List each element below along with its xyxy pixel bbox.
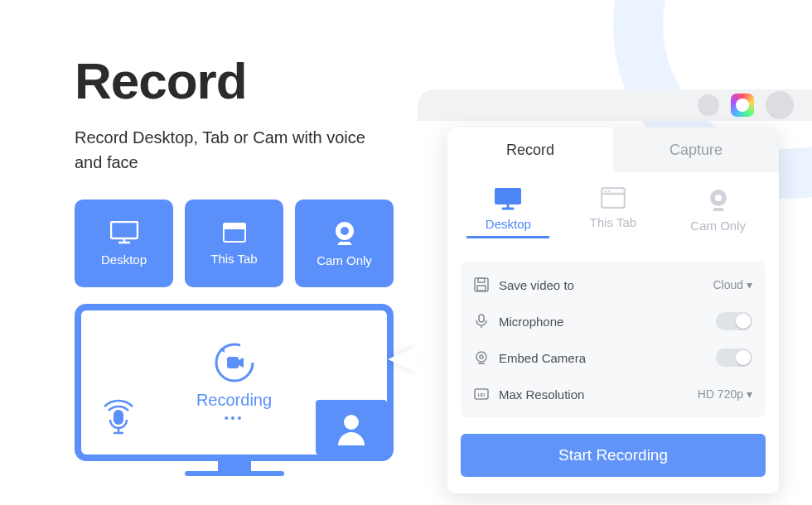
camera-icon	[474, 350, 489, 365]
svg-rect-15	[495, 188, 521, 204]
svg-point-21	[608, 190, 610, 192]
setting-label: Embed Camera	[499, 351, 716, 365]
mode-card-label: This Tab	[210, 252, 257, 266]
hd-icon: HD	[474, 387, 489, 402]
svg-rect-4	[223, 223, 246, 228]
tab-capture[interactable]: Capture	[613, 127, 779, 172]
svg-rect-25	[478, 278, 485, 282]
microphone-icon	[474, 314, 489, 329]
svg-text:HD: HD	[478, 392, 486, 397]
svg-point-7	[341, 227, 349, 235]
page-title: Record	[75, 51, 394, 110]
source-label: Cam Only	[690, 219, 746, 233]
chevron-down-icon: ▾	[747, 387, 752, 401]
setting-label: Microphone	[499, 315, 716, 329]
svg-point-20	[605, 190, 607, 192]
browser-toolbar	[418, 89, 812, 121]
resolution-select[interactable]: HD 720p▾	[698, 387, 752, 401]
svg-point-23	[715, 195, 722, 201]
mode-card-label: Desktop	[101, 252, 147, 267]
tab-record[interactable]: Record	[447, 127, 613, 172]
svg-rect-27	[479, 315, 484, 322]
camera-toggle[interactable]	[716, 349, 752, 367]
source-cam[interactable]: Cam Only	[677, 187, 760, 238]
source-tab[interactable]: This Tab	[572, 187, 655, 238]
setting-label: Save video to	[499, 278, 713, 292]
svg-rect-10	[227, 357, 239, 368]
pip-thumbnail	[316, 400, 387, 454]
save-icon	[474, 277, 489, 292]
svg-point-30	[480, 355, 483, 358]
mode-card-desktop[interactable]: Desktop	[75, 200, 173, 287]
recording-dots: •••	[225, 411, 244, 425]
setting-resolution: HD Max Resolution HD 720p▾	[474, 376, 752, 412]
svg-rect-5	[225, 229, 244, 241]
page-subtitle: Record Desktop, Tab or Cam with voice an…	[75, 125, 394, 175]
recording-status: Recording	[196, 391, 272, 410]
record-panel: Record Capture Desktop This Tab Cam Only…	[447, 127, 779, 493]
tab-icon	[222, 222, 247, 243]
setting-camera: Embed Camera	[474, 339, 752, 376]
avatar-placeholder	[766, 91, 794, 119]
setting-microphone: Microphone	[474, 303, 752, 339]
setting-save: Save video to Cloud▾	[474, 267, 752, 303]
source-desktop[interactable]: Desktop	[466, 187, 549, 238]
desktop-icon	[110, 221, 138, 244]
mode-cards: Desktop This Tab Cam Only	[75, 200, 394, 287]
source-label: This Tab	[590, 215, 636, 229]
record-spin-icon	[213, 341, 256, 384]
svg-marker-11	[239, 358, 244, 368]
svg-rect-0	[111, 222, 138, 238]
monitor-illustration: Recording •••	[75, 304, 394, 482]
webcam-icon	[332, 220, 357, 245]
tab-icon	[601, 187, 626, 209]
desktop-icon	[494, 187, 522, 210]
svg-rect-26	[477, 286, 486, 291]
webcam-icon	[706, 187, 731, 212]
callout-pointer	[388, 346, 418, 373]
mode-card-cam[interactable]: Cam Only	[295, 200, 394, 287]
mode-card-label: Cam Only	[317, 253, 372, 267]
microphone-toggle[interactable]	[716, 312, 752, 330]
mode-card-tab[interactable]: This Tab	[185, 200, 283, 287]
save-destination-select[interactable]: Cloud▾	[713, 278, 752, 291]
app-extension-icon[interactable]	[731, 94, 754, 117]
source-label: Desktop	[486, 217, 531, 231]
chevron-down-icon: ▾	[747, 278, 752, 291]
svg-point-29	[476, 352, 486, 362]
setting-label: Max Resolution	[499, 387, 698, 402]
person-icon	[333, 409, 370, 445]
svg-point-14	[344, 415, 359, 430]
toolbar-placeholder-icon	[698, 94, 719, 116]
mic-wave-icon	[96, 395, 141, 443]
settings-group: Save video to Cloud▾ Microphone Embed Ca…	[461, 262, 766, 417]
start-recording-button[interactable]: Start Recording	[461, 434, 766, 477]
